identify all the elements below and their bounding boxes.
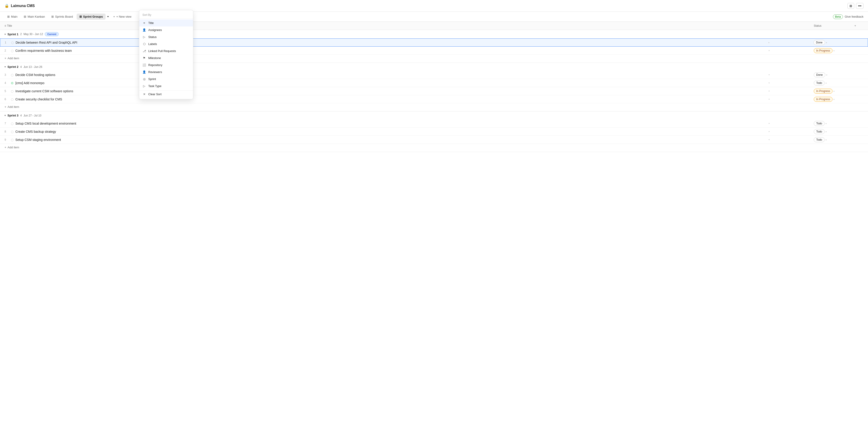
assignee-chevron[interactable]: ▾ — [769, 90, 770, 92]
task-status-icon: ◌ — [11, 41, 14, 44]
sort-by-assignees[interactable]: 👤 Assignees — [139, 26, 193, 33]
sprint-1-header[interactable]: ▾ Sprint 1 2 May 30 - Jun 12 Current — [0, 30, 868, 38]
sprint-2-count: 4 — [20, 65, 22, 68]
task-title-text: Setup CMS local development environment — [16, 122, 76, 125]
status-chevron[interactable]: ▾ — [826, 139, 827, 141]
sprint-3-header[interactable]: ▾ Sprint 3 4 Jun 27 - Jul 10 — [0, 112, 868, 119]
sprint-3-add-item[interactable]: + Add item — [0, 144, 868, 152]
sprint-3-dates: Jun 27 - Jul 10 — [24, 114, 41, 117]
sort-by-repository[interactable]: ⬜ Repository — [139, 61, 193, 68]
sprint-1-add-item[interactable]: + Add item — [0, 55, 868, 63]
status-chevron[interactable]: ▾ — [826, 41, 827, 44]
status-cell: In Progress ▾ — [814, 97, 855, 102]
clear-sort-button[interactable]: ✕ Clear Sort — [139, 90, 193, 98]
assignee-chevron[interactable]: ▾ — [769, 49, 770, 52]
sort-dropdown: Sort By ≡ Title 👤 Assignees ▷ Status ⬡ L… — [139, 10, 193, 99]
assignee-chevron[interactable]: ▾ — [769, 74, 770, 76]
new-view-button[interactable]: + + New view — [111, 13, 134, 20]
row-title-cell: 8 ◌ Create CMS backup strategy — [4, 130, 769, 134]
title-column-header: ≡ Title — [4, 24, 769, 27]
sort-by-reviewers[interactable]: 👤 Reviewers — [139, 68, 193, 76]
status-chevron[interactable]: ▾ — [833, 98, 835, 100]
task-title-text: Decide CSM hosting options — [16, 73, 55, 77]
tab-main-kanban[interactable]: ⊞ Main Kanban — [21, 13, 48, 20]
status-chevron[interactable]: ▾ — [826, 122, 827, 125]
table-row[interactable]: 6 ◌ Create security checklist for CMS ▾ … — [0, 95, 868, 103]
sort-by-sprint[interactable]: ◎ Sprint — [139, 76, 193, 83]
status-chevron[interactable]: ▾ — [826, 74, 827, 76]
task-title-text: Decide between Rest API and GraphQL API — [16, 41, 77, 44]
sort-by-title[interactable]: ≡ Title — [139, 20, 193, 26]
add-icon: + — [4, 146, 6, 149]
row-title-cell: 7 ◌ Setup CMS local development environm… — [4, 122, 769, 125]
row-title-cell: 3 ◌ Decide CSM hosting options — [4, 73, 769, 77]
status-cell: Done ▾ — [814, 72, 855, 77]
sprint-1-section: ▾ Sprint 1 2 May 30 - Jun 12 Current 1 ◌… — [0, 30, 868, 63]
assignee-chevron[interactable]: ▾ — [768, 41, 770, 44]
sort-by-status[interactable]: ▷ Status — [139, 33, 193, 40]
sprint-groups-dropdown-button[interactable]: ▾ — [106, 15, 110, 19]
add-column-button[interactable]: + — [855, 24, 864, 27]
plus-icon: + — [113, 15, 115, 18]
assignee-chevron[interactable]: ▾ — [769, 122, 770, 125]
sprint-1-name: Sprint 1 — [7, 33, 18, 36]
assignee-cell: ▾ — [769, 49, 814, 52]
sprint-2-add-item[interactable]: + Add item — [0, 103, 868, 111]
table-row[interactable]: 9 ◌ Setup CSM staging environment ▾ Todo… — [0, 136, 868, 144]
sprint-2-header[interactable]: ▾ Sprint 2 4 Jun 13 - Jun 26 — [0, 63, 868, 71]
sprints-icon: ⊞ — [51, 15, 54, 18]
tab-main[interactable]: ⊞ Main — [4, 13, 20, 20]
assignees-sort-icon: 👤 — [143, 28, 146, 32]
sprint-sort-icon: ◎ — [143, 77, 146, 81]
sort-by-milestone[interactable]: ⚑ Milestone — [139, 55, 193, 61]
panel-toggle-button[interactable]: ⊞ — [847, 3, 854, 9]
app-title: 🔒 Laimuna CMS — [4, 4, 35, 8]
task-status-icon: ◌ — [11, 130, 13, 134]
assignee-chevron[interactable]: ▾ — [769, 82, 770, 84]
sprint-1-count: 2 — [20, 33, 22, 36]
status-chevron[interactable]: ▾ — [833, 90, 835, 92]
sort-by-task-type[interactable]: ▷ Task Type — [139, 83, 193, 90]
assignee-cell: ▾ — [768, 41, 813, 44]
table-row[interactable]: 1 ◌ Decide between Rest API and GraphQL … — [0, 38, 868, 47]
sort-by-labels[interactable]: ⬡ Labels — [139, 40, 193, 48]
status-column-header: Status — [814, 24, 855, 27]
status-cell: In Progress ▾ — [814, 89, 855, 94]
table-header: ≡ Title Status + — [0, 22, 868, 30]
task-title-text: [cms] Add monorepo — [16, 81, 44, 85]
assignee-cell: ▾ — [769, 138, 814, 141]
table-row[interactable]: 4 ⊙ [cms] Add monorepo ▾ Todo ▾ — [0, 79, 868, 87]
app-header: 🔒 Laimuna CMS ⊞ ••• — [0, 0, 868, 12]
table-row[interactable]: 7 ◌ Setup CMS local development environm… — [0, 119, 868, 127]
tab-sprint-groups[interactable]: ⊞ Sprint Groups — [76, 13, 105, 20]
sprint-2-section: ▾ Sprint 2 4 Jun 13 - Jun 26 3 ◌ Decide … — [0, 63, 868, 112]
table-row[interactable]: 8 ◌ Create CMS backup strategy ▾ Todo ▾ — [0, 127, 868, 136]
task-title-text: Create CMS backup strategy — [16, 130, 56, 134]
beta-badge: Beta — [833, 14, 843, 19]
assignee-cell: ▾ — [769, 122, 814, 125]
status-badge: Todo — [814, 81, 825, 86]
task-title-text: Confirm requirments with business team — [16, 49, 72, 53]
status-cell: Done ▾ — [813, 40, 854, 45]
more-options-button[interactable]: ••• — [856, 3, 864, 9]
sort-by-linked-pr[interactable]: ⎇ Linked Pull Requests — [139, 48, 193, 55]
status-chevron[interactable]: ▾ — [826, 82, 827, 84]
assignee-chevron[interactable]: ▾ — [769, 98, 770, 100]
task-status-icon: ◌ — [11, 138, 13, 142]
tab-bar: ⊞ Main ⊞ Main Kanban ⊞ Sprints Board ⊞ S… — [0, 12, 868, 22]
task-status-icon: ◌ — [11, 89, 13, 93]
table-row[interactable]: 3 ◌ Decide CSM hosting options ▾ Done ▾ — [0, 71, 868, 79]
assignee-chevron[interactable]: ▾ — [769, 138, 770, 141]
table-row[interactable]: 5 ◌ Investigate current CSM software opt… — [0, 87, 868, 95]
task-status-icon: ◌ — [11, 97, 13, 101]
assignee-cell: ▾ — [769, 130, 814, 133]
feedback-button[interactable]: Give feedback — [845, 15, 864, 18]
table-row[interactable]: 2 ◌ Confirm requirments with business te… — [0, 47, 868, 55]
sprint-1-current-badge: Current — [45, 32, 59, 36]
status-chevron[interactable]: ▾ — [833, 50, 835, 52]
status-chevron[interactable]: ▾ — [826, 130, 827, 133]
assignee-chevron[interactable]: ▾ — [769, 130, 770, 133]
row-title-cell: 2 ◌ Confirm requirments with business te… — [4, 49, 769, 53]
tab-sprints-board[interactable]: ⊞ Sprints Board — [49, 13, 76, 20]
add-icon: + — [4, 57, 6, 60]
